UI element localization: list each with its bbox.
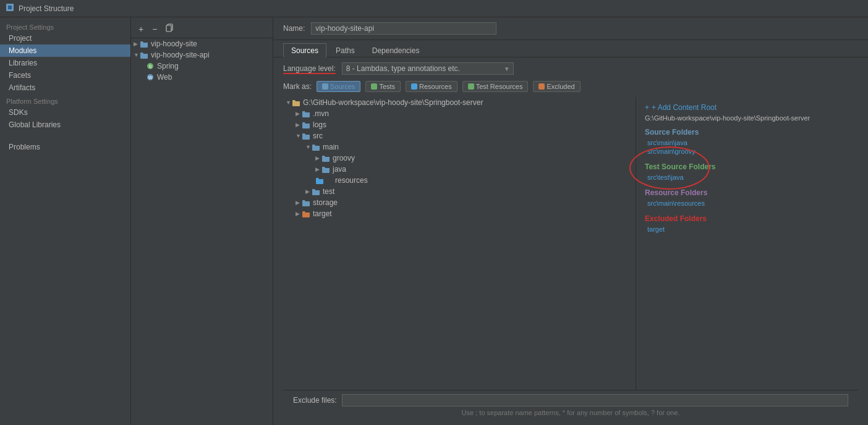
- source-path-0[interactable]: src\main\java: [645, 139, 849, 146]
- add-module-button[interactable]: +: [136, 23, 146, 35]
- tab-dependencies-label: Dependencies: [372, 46, 420, 55]
- tree-item-vip-hoody-site-api[interactable]: ▼ vip-hoody-site-api: [131, 49, 273, 61]
- file-tree-main[interactable]: ▼ main: [283, 141, 636, 153]
- module-label-api: vip-hoody-site-api: [151, 51, 210, 59]
- title-bar-text: Project Structure: [19, 4, 74, 13]
- java-label: java: [333, 165, 346, 174]
- target-arrow: ▶: [296, 211, 302, 217]
- mvn-folder-icon: [302, 110, 310, 118]
- resources-dot: [411, 83, 417, 90]
- content-split: + − ▶ vip-hoody-site ▼: [131, 17, 868, 425]
- file-tree-src[interactable]: ▼ src: [283, 130, 636, 141]
- sidebar-item-project[interactable]: Project: [0, 32, 130, 44]
- platform-settings-label: Platform Settings: [0, 94, 130, 106]
- test-source-folders-section: Test Source Folders src\test\java: [645, 162, 849, 181]
- file-tree-root[interactable]: ▼ G:\GitHub-workspace\vip-hoody-site\Spr…: [283, 97, 636, 108]
- file-tree-java[interactable]: ▶ java: [283, 164, 636, 175]
- module-label-spring: Spring: [157, 62, 179, 70]
- sidebar-item-facets[interactable]: Facets: [0, 69, 130, 82]
- src-arrow: ▼: [296, 133, 302, 139]
- file-tree-logs[interactable]: ▶ logs: [283, 119, 636, 130]
- test-arrow: ▶: [305, 188, 312, 195]
- excluded-folders-section: Excluded Folders target: [645, 214, 849, 233]
- folder-icon: [140, 40, 148, 48]
- main-folder-icon: [312, 143, 320, 151]
- file-tree-test[interactable]: ▶ test: [283, 186, 636, 197]
- mvn-label: .mvn: [313, 109, 329, 118]
- detail-panel: Name: Sources Paths Dependencies L: [273, 17, 868, 425]
- sidebar-item-modules[interactable]: Modules: [0, 44, 130, 57]
- exclude-row: Exclude files:: [293, 394, 848, 406]
- tree-item-spring[interactable]: S Spring: [131, 61, 273, 72]
- root-arrow: ▼: [286, 99, 292, 106]
- module-label-web: Web: [157, 73, 172, 82]
- test-resources-label: Test Resources: [476, 83, 523, 90]
- logs-label: logs: [313, 120, 326, 129]
- sidebar-item-label: Problems: [9, 143, 40, 151]
- excluded-dot: [538, 83, 545, 90]
- mark-sources-button[interactable]: Sources: [317, 81, 360, 92]
- file-tree: ▼ G:\GitHub-workspace\vip-hoody-site\Spr…: [283, 97, 636, 390]
- tree-arrow-expanded: ▼: [134, 52, 140, 58]
- sidebar-item-sdks[interactable]: SDKs: [0, 106, 130, 119]
- language-level-label: Language level:: [283, 64, 336, 73]
- mark-resources-button[interactable]: Resources: [406, 81, 457, 92]
- spring-icon: S: [146, 62, 155, 70]
- file-tree-storage[interactable]: ▶ storage: [283, 197, 636, 208]
- content-root-path: G:\GitHub-workspace\vip-hoody-site\Sprin…: [645, 114, 849, 122]
- copy-module-button[interactable]: [163, 22, 177, 35]
- sidebar-item-label: Project: [9, 34, 32, 43]
- test-source-path-0[interactable]: src\test\java: [645, 174, 849, 181]
- file-tree-area: ▼ G:\GitHub-workspace\vip-hoody-site\Spr…: [283, 97, 858, 390]
- mark-tests-button[interactable]: Tests: [365, 81, 401, 92]
- test-source-folders-title: Test Source Folders: [645, 162, 849, 171]
- tab-sources-label: Sources: [291, 46, 318, 55]
- svg-rect-1: [8, 6, 12, 9]
- web-icon: W: [146, 73, 155, 82]
- excluded-label: Excluded: [547, 83, 574, 90]
- add-content-root-button[interactable]: + + Add Content Root: [645, 103, 849, 112]
- source-folders-title: Source Folders: [645, 128, 849, 137]
- storage-arrow: ▶: [296, 200, 302, 206]
- sidebar-item-artifacts[interactable]: Artifacts: [0, 82, 130, 94]
- tests-label: Tests: [379, 83, 395, 90]
- info-panel: + + Add Content Root G:\GitHub-workspace…: [636, 97, 858, 390]
- bottom-bar: Exclude files: Use ; to separate name pa…: [283, 390, 858, 420]
- file-tree-target[interactable]: ▶ target: [283, 208, 636, 219]
- sidebar-item-libraries[interactable]: Libraries: [0, 57, 130, 69]
- groovy-arrow: ▶: [315, 155, 321, 161]
- main-container: Project Settings Project Modules Librari…: [0, 17, 868, 425]
- exclude-files-input[interactable]: [342, 394, 848, 406]
- name-input[interactable]: [311, 22, 496, 35]
- mark-excluded-button[interactable]: Excluded: [533, 81, 580, 92]
- folder-open-icon: [140, 51, 148, 59]
- sidebar-item-problems[interactable]: Problems: [0, 141, 130, 153]
- source-path-1[interactable]: src\main\groovy: [645, 148, 849, 155]
- remove-module-button[interactable]: −: [150, 23, 160, 35]
- mark-as-label: Mark as:: [283, 82, 312, 91]
- tab-paths[interactable]: Paths: [328, 43, 363, 57]
- module-tree: + − ▶ vip-hoody-site ▼: [131, 17, 273, 425]
- tree-item-vip-hoody-site[interactable]: ▶ vip-hoody-site: [131, 38, 273, 49]
- tab-dependencies[interactable]: Dependencies: [364, 43, 428, 57]
- sidebar-item-global-libraries[interactable]: Global Libraries: [0, 119, 130, 131]
- sidebar-item-label: Libraries: [9, 59, 37, 67]
- svg-rect-3: [166, 25, 171, 32]
- app-icon: [5, 2, 15, 14]
- excluded-path-0[interactable]: target: [645, 225, 849, 233]
- tab-sources[interactable]: Sources: [283, 43, 326, 57]
- resource-path-0[interactable]: src\main\resources: [645, 200, 849, 207]
- tree-item-web[interactable]: W Web: [131, 72, 273, 83]
- target-folder-icon: [302, 210, 310, 218]
- sidebar-item-label: Global Libraries: [9, 120, 61, 129]
- root-path-label: G:\GitHub-workspace\vip-hoody-site\Sprin…: [303, 98, 483, 107]
- file-tree-mvn[interactable]: ▶ .mvn: [283, 108, 636, 119]
- project-settings-label: Project Settings: [0, 20, 130, 32]
- file-tree-groovy[interactable]: ▶ groovy: [283, 153, 636, 164]
- mark-test-resources-button[interactable]: Test Resources: [462, 81, 529, 92]
- logs-arrow: ▶: [296, 122, 302, 128]
- language-level-select[interactable]: 8 - Lambdas, type annotations etc. 3 - E…: [342, 62, 514, 75]
- java-arrow: ▶: [315, 166, 321, 172]
- svg-text:W: W: [148, 75, 153, 80]
- file-tree-resources[interactable]: resources: [283, 175, 636, 186]
